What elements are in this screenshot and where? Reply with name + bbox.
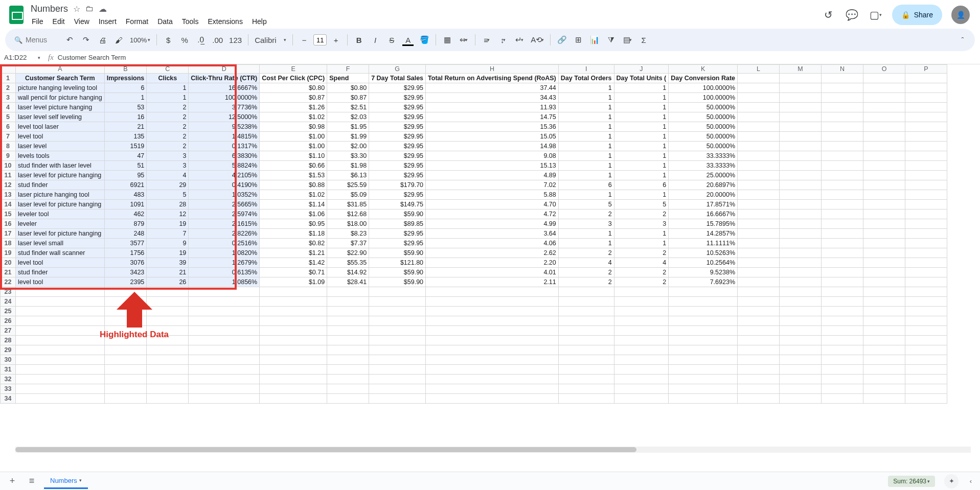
cell-C34[interactable] xyxy=(147,394,189,404)
cell-E13[interactable]: $1.02 xyxy=(260,190,327,200)
cell-J11[interactable]: 1 xyxy=(614,171,669,180)
cell-M5[interactable] xyxy=(780,112,822,122)
cell-A32[interactable] xyxy=(16,375,105,384)
cell-D15[interactable]: 2.5974% xyxy=(189,209,260,219)
cell-J34[interactable] xyxy=(614,394,669,404)
cell-I7[interactable]: 1 xyxy=(558,132,614,142)
select-all-corner[interactable] xyxy=(1,65,16,74)
row-header-16[interactable]: 16 xyxy=(1,219,16,229)
cell-M34[interactable] xyxy=(780,394,822,404)
cell-J19[interactable]: 2 xyxy=(614,248,669,258)
cell-N20[interactable] xyxy=(822,258,863,268)
sheets-logo[interactable] xyxy=(6,5,27,25)
cell-I26[interactable] xyxy=(558,316,614,326)
cell-E23[interactable] xyxy=(260,287,327,297)
cell-A12[interactable]: stud finder xyxy=(16,180,105,190)
cell-H9[interactable]: 9.08 xyxy=(426,151,559,161)
cell-N2[interactable] xyxy=(822,83,863,93)
cell-N3[interactable] xyxy=(822,93,863,103)
row-header-19[interactable]: 19 xyxy=(1,248,16,258)
cell-P15[interactable] xyxy=(905,209,947,219)
col-header-D[interactable]: D xyxy=(189,65,260,74)
cell-O34[interactable] xyxy=(863,394,905,404)
cell-H28[interactable] xyxy=(426,336,559,345)
col-header-G[interactable]: G xyxy=(369,65,426,74)
cell-K17[interactable]: 14.2857% xyxy=(669,229,738,239)
cell-C8[interactable]: 2 xyxy=(147,142,189,151)
cell-N28[interactable] xyxy=(822,336,863,345)
cell-K33[interactable] xyxy=(669,384,738,394)
cell-N27[interactable] xyxy=(822,326,863,336)
cell-I25[interactable] xyxy=(558,307,614,316)
cell-F18[interactable]: $7.37 xyxy=(327,239,369,248)
cell-L9[interactable] xyxy=(738,151,780,161)
cell-B18[interactable]: 3577 xyxy=(104,239,147,248)
cell-G17[interactable]: $29.95 xyxy=(369,229,426,239)
cell-J13[interactable]: 1 xyxy=(614,190,669,200)
cell-J20[interactable]: 4 xyxy=(614,258,669,268)
cell-F16[interactable]: $18.00 xyxy=(327,219,369,229)
row-header-4[interactable]: 4 xyxy=(1,103,16,112)
row-header-32[interactable]: 32 xyxy=(1,375,16,384)
cell-B8[interactable]: 1519 xyxy=(104,142,147,151)
text-color-button[interactable]: A xyxy=(401,33,415,47)
cell-D26[interactable] xyxy=(189,316,260,326)
cell-B4[interactable]: 53 xyxy=(104,103,147,112)
quicksum-chip[interactable]: Sum: 26493▾ xyxy=(888,476,935,487)
cell-P7[interactable] xyxy=(905,132,947,142)
cell-G26[interactable] xyxy=(369,316,426,326)
cell-I24[interactable] xyxy=(558,297,614,307)
cell-A25[interactable] xyxy=(16,307,105,316)
cell-F12[interactable]: $25.59 xyxy=(327,180,369,190)
cell-A16[interactable]: leveler xyxy=(16,219,105,229)
cell-E4[interactable]: $1.26 xyxy=(260,103,327,112)
font-select[interactable]: Calibri▾ xyxy=(253,33,288,47)
cell-H29[interactable] xyxy=(426,345,559,355)
cell-E11[interactable]: $1.53 xyxy=(260,171,327,180)
cell-B13[interactable]: 483 xyxy=(104,190,147,200)
menu-format[interactable]: Format xyxy=(125,16,149,27)
cell-D5[interactable]: 12.5000% xyxy=(189,112,260,122)
row-header-5[interactable]: 5 xyxy=(1,112,16,122)
cell-L21[interactable] xyxy=(738,268,780,277)
cell-B33[interactable] xyxy=(104,384,147,394)
cell-A14[interactable]: laser level for picture hanging xyxy=(16,200,105,209)
cell-D17[interactable]: 2.8226% xyxy=(189,229,260,239)
cell-A20[interactable]: level tool xyxy=(16,258,105,268)
cell-H14[interactable]: 4.70 xyxy=(426,200,559,209)
cell-F11[interactable]: $6.13 xyxy=(327,171,369,180)
cell-E28[interactable] xyxy=(260,336,327,345)
cell-D4[interactable]: 3.7736% xyxy=(189,103,260,112)
cell-E34[interactable] xyxy=(260,394,327,404)
row-header-33[interactable]: 33 xyxy=(1,384,16,394)
cell-K15[interactable]: 16.6667% xyxy=(669,209,738,219)
cell-F1[interactable]: Spend xyxy=(327,74,369,83)
cell-A4[interactable]: laser level picture hanging xyxy=(16,103,105,112)
cell-I14[interactable]: 5 xyxy=(558,200,614,209)
row-header-34[interactable]: 34 xyxy=(1,394,16,404)
cell-B21[interactable]: 3423 xyxy=(104,268,147,277)
cell-I20[interactable]: 4 xyxy=(558,258,614,268)
cell-P1[interactable] xyxy=(905,74,947,83)
cell-M22[interactable] xyxy=(780,277,822,287)
cell-K3[interactable]: 100.0000% xyxy=(669,93,738,103)
cell-A21[interactable]: stud finder xyxy=(16,268,105,277)
cell-G24[interactable] xyxy=(369,297,426,307)
cell-D25[interactable] xyxy=(189,307,260,316)
cell-K24[interactable] xyxy=(669,297,738,307)
cell-C33[interactable] xyxy=(147,384,189,394)
cell-J8[interactable]: 1 xyxy=(614,142,669,151)
paintformat-button[interactable]: 🖌 xyxy=(111,33,126,47)
cell-N4[interactable] xyxy=(822,103,863,112)
cell-G31[interactable] xyxy=(369,365,426,375)
row-header-3[interactable]: 3 xyxy=(1,93,16,103)
cell-F27[interactable] xyxy=(327,326,369,336)
cell-A3[interactable]: wall pencil for picture hanging xyxy=(16,93,105,103)
cell-H31[interactable] xyxy=(426,365,559,375)
cell-C7[interactable]: 2 xyxy=(147,132,189,142)
cell-A26[interactable] xyxy=(16,316,105,326)
cell-O26[interactable] xyxy=(863,316,905,326)
cell-P3[interactable] xyxy=(905,93,947,103)
menu-search-input[interactable] xyxy=(26,36,56,44)
cell-L2[interactable] xyxy=(738,83,780,93)
